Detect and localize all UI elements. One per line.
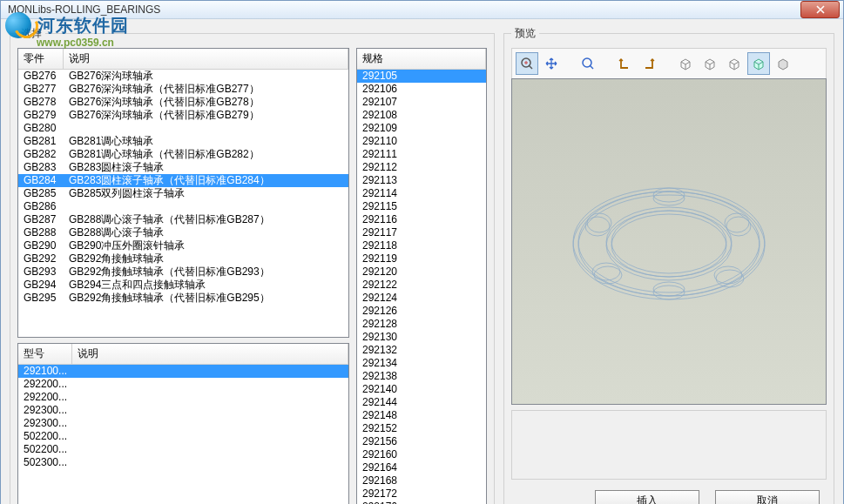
select-fieldset: 选择 零件 说明 GB276GB276深沟球轴承GB277GB276深沟球轴承（… [10, 26, 495, 504]
list-row[interactable]: 292116 [357, 213, 486, 226]
list-row[interactable]: 502200... [18, 443, 348, 456]
zoom-fit-button[interactable] [516, 52, 538, 75]
list-row[interactable]: 292144 [357, 396, 486, 409]
models-header-desc[interactable]: 说明 [72, 344, 348, 364]
pan-button[interactable] [540, 52, 563, 75]
list-row[interactable]: 292108 [357, 109, 486, 122]
list-row[interactable]: 292106 [357, 83, 486, 96]
insert-button[interactable]: 插入 [595, 490, 699, 504]
list-row[interactable]: GB294GB294三点和四点接触球轴承 [18, 279, 348, 292]
list-row[interactable]: 292124 [357, 292, 486, 305]
list-row[interactable]: 292120 [357, 265, 486, 279]
preview-viewport[interactable] [511, 78, 827, 405]
list-row[interactable]: 292117 [357, 226, 486, 239]
list-row[interactable]: 292109 [357, 122, 486, 135]
list-row[interactable]: 292119 [357, 252, 486, 265]
list-row[interactable]: GB293GB292角接触球轴承（代替旧标准GB293） [18, 265, 348, 279]
parts-header-desc[interactable]: 说明 [64, 49, 348, 69]
shaded-button[interactable] [772, 52, 794, 75]
list-row[interactable]: 502300... [18, 456, 348, 469]
cell: 292110 [357, 135, 486, 148]
list-row[interactable]: 292118 [357, 239, 486, 252]
specs-header-code[interactable]: 规格 [357, 49, 486, 69]
list-row[interactable]: GB285GB285双列圆柱滚子轴承 [18, 187, 348, 200]
models-header-code[interactable]: 型号 [18, 344, 72, 364]
list-row[interactable]: GB295GB292角接触球轴承（代替旧标准GB295） [18, 292, 348, 305]
list-row[interactable]: 292200... [18, 378, 348, 391]
cell: 292115 [357, 200, 486, 213]
list-row[interactable]: GB277GB276深沟球轴承（代替旧标准GB277） [18, 83, 348, 96]
list-row[interactable]: 292105 [357, 70, 486, 83]
zoom-area-button[interactable] [577, 52, 599, 75]
list-row[interactable]: GB279GB276深沟球轴承（代替旧标准GB279） [18, 109, 348, 122]
list-row[interactable]: 292115 [357, 200, 486, 213]
svg-point-21 [585, 217, 610, 236]
list-row[interactable]: 292134 [357, 357, 486, 370]
cell: 292138 [357, 370, 486, 383]
list-row[interactable]: 292176 [357, 501, 486, 504]
list-row[interactable]: 292200... [18, 391, 348, 404]
cell: 292176 [357, 501, 486, 504]
iso-3-button[interactable] [723, 52, 746, 75]
iso-2-button[interactable] [699, 52, 721, 75]
list-row[interactable]: GB290GB290冲压外圈滚针轴承 [18, 239, 348, 252]
list-row[interactable]: 292114 [357, 187, 486, 200]
svg-point-19 [592, 263, 620, 280]
list-row[interactable]: 292300... [18, 404, 348, 417]
list-row[interactable]: 292156 [357, 435, 486, 448]
cell: GB276深沟球轴承（代替旧标准GB277） [64, 83, 348, 96]
list-row[interactable]: 292168 [357, 474, 486, 487]
list-row[interactable]: 292126 [357, 305, 486, 318]
list-row[interactable]: GB282GB281调心球轴承（代替旧标准GB282） [18, 148, 348, 161]
cell: 292118 [357, 239, 486, 252]
list-row[interactable]: 502200... [18, 430, 348, 443]
list-row[interactable]: 292113 [357, 174, 486, 187]
specs-list[interactable]: 规格 2921052921062921072921082921092921102… [356, 48, 487, 504]
list-row[interactable]: 292112 [357, 161, 486, 174]
list-row[interactable]: 292172 [357, 487, 486, 501]
list-row[interactable]: GB286 [18, 200, 348, 213]
wireframe-button[interactable] [747, 52, 770, 75]
parts-header-code[interactable]: 零件 [18, 49, 64, 69]
list-row[interactable]: 292111 [357, 148, 486, 161]
list-row[interactable]: GB283GB283圆柱滚子轴承 [18, 161, 348, 174]
list-row[interactable]: GB278GB276深沟球轴承（代替旧标准GB278） [18, 96, 348, 109]
list-row[interactable]: GB280 [18, 122, 348, 135]
list-row[interactable]: GB281GB281调心球轴承 [18, 135, 348, 148]
list-row[interactable]: 292110 [357, 135, 486, 148]
list-row[interactable]: GB292GB292角接触球轴承 [18, 252, 348, 265]
list-row[interactable]: 292148 [357, 409, 486, 422]
list-row[interactable]: 292300... [18, 417, 348, 430]
list-row[interactable]: 292100... [18, 365, 348, 378]
list-row[interactable]: 292122 [357, 279, 486, 292]
cell: 292105 [357, 70, 486, 83]
list-row[interactable]: 292132 [357, 344, 486, 357]
svg-point-9 [611, 214, 726, 277]
list-row[interactable]: 292130 [357, 331, 486, 344]
list-row[interactable]: GB276GB276深沟球轴承 [18, 70, 348, 83]
list-row[interactable]: 292140 [357, 383, 486, 396]
iso-1-button[interactable] [674, 52, 697, 75]
parts-list[interactable]: 零件 说明 GB276GB276深沟球轴承GB277GB276深沟球轴承（代替旧… [17, 48, 349, 338]
list-row[interactable]: GB288GB288调心滚子轴承 [18, 226, 348, 239]
list-row[interactable]: 292164 [357, 461, 486, 474]
cell: 292111 [357, 148, 486, 161]
select-row: 零件 说明 GB276GB276深沟球轴承GB277GB276深沟球轴承（代替旧… [17, 48, 487, 504]
cell: GB281 [18, 135, 64, 148]
models-list[interactable]: 型号 说明 292100...292200...292200...292300.… [17, 343, 349, 504]
list-row[interactable]: GB284GB283圆柱滚子轴承（代替旧标准GB284） [18, 174, 348, 187]
list-row[interactable]: GB287GB288调心滚子轴承（代替旧标准GB287） [18, 213, 348, 226]
list-row[interactable]: 292107 [357, 96, 486, 109]
cell: GB294 [18, 279, 64, 292]
cell: 292100... [18, 365, 72, 378]
view-front-button[interactable] [613, 52, 636, 75]
list-row[interactable]: 292152 [357, 422, 486, 435]
close-button[interactable] [800, 1, 840, 18]
list-row[interactable]: 292160 [357, 448, 486, 461]
cell: GB292 [18, 252, 64, 265]
list-row[interactable]: 292138 [357, 370, 486, 383]
view-side-button[interactable] [638, 52, 660, 75]
svg-point-18 [594, 266, 622, 284]
cancel-button[interactable]: 取消 [715, 490, 820, 504]
list-row[interactable]: 292128 [357, 318, 486, 331]
